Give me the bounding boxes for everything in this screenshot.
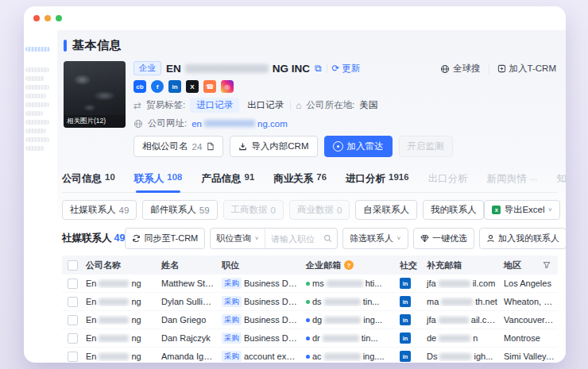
linkedin-icon[interactable]: in bbox=[400, 278, 411, 289]
sidebar-skeleton-item[interactable] bbox=[25, 111, 43, 116]
tab-contacts[interactable]: 联系人108 bbox=[134, 168, 183, 192]
row-checkbox[interactable] bbox=[68, 333, 78, 344]
email-status-dot bbox=[306, 336, 310, 340]
sidebar-skeleton-item[interactable] bbox=[25, 102, 49, 107]
email-cell: acing.... bbox=[303, 352, 397, 361]
region-text: Los Angeles bbox=[504, 279, 551, 288]
masked-text bbox=[99, 317, 129, 324]
social-links-row: cbfinX☎◎ bbox=[133, 80, 558, 93]
copy-icon[interactable]: ⧉ bbox=[315, 63, 322, 74]
role-tag: 采购 bbox=[222, 351, 242, 362]
tab-label: 出口分析 bbox=[428, 172, 468, 186]
contact-source-chips: 社媒联系人49邮件联系人59工商数据0商业数据0自采联系人我的联系人 bbox=[62, 200, 484, 220]
sidebar-skeleton-item[interactable] bbox=[25, 120, 49, 125]
company-photo[interactable]: 相关图片(12) bbox=[64, 61, 126, 128]
name-cell: Amanda Ignelzi bbox=[158, 352, 219, 361]
x-icon[interactable]: X bbox=[186, 80, 199, 93]
email-suffix: hti... bbox=[366, 279, 382, 288]
maximize-button[interactable] bbox=[56, 15, 62, 21]
job-query-select[interactable]: 职位查询∨ bbox=[211, 229, 265, 248]
export-excel-button[interactable]: x 导出Excel ∨ bbox=[484, 200, 560, 220]
sidebar-skeleton-item[interactable] bbox=[25, 85, 49, 90]
social-cell: in bbox=[397, 278, 424, 289]
social-cell: in bbox=[397, 332, 424, 344]
trade-tag-import-records[interactable]: 进口记录 bbox=[190, 98, 239, 113]
company-cell: Enng bbox=[83, 297, 158, 306]
table-row[interactable]: EnngAmanda Ignelzi采购account executiveaci… bbox=[62, 348, 558, 363]
filter-contacts-button[interactable]: 筛选联系人∨ bbox=[342, 228, 408, 249]
close-button[interactable] bbox=[33, 15, 40, 21]
minimize-button[interactable] bbox=[44, 15, 51, 21]
table-row[interactable]: EnngDan Rajczyk采购Business Devel...drtin.… bbox=[62, 329, 558, 348]
contact-name: Dan Rajczyk bbox=[161, 333, 211, 343]
sync-tcrm-button[interactable]: 同步至T-CRM bbox=[125, 228, 205, 249]
linkedin-icon[interactable]: in bbox=[400, 351, 411, 362]
chip-self-collected[interactable]: 自采联系人 bbox=[355, 200, 417, 220]
tab-import-analysis[interactable]: 进口分析1916 bbox=[346, 168, 409, 192]
chip-my-contacts[interactable]: 我的联系人 bbox=[423, 200, 485, 220]
facebook-icon[interactable]: f bbox=[151, 80, 164, 93]
refresh-button[interactable]: ⟳更新 bbox=[332, 63, 361, 75]
chip-email-contacts[interactable]: 邮件联系人59 bbox=[142, 200, 217, 220]
tab-company-info[interactable]: 公司信息10 bbox=[62, 168, 115, 192]
chevron-down-icon: ∨ bbox=[548, 207, 553, 213]
phone-icon[interactable]: ☎ bbox=[203, 80, 216, 93]
sidebar-skeleton-item[interactable] bbox=[25, 137, 49, 142]
job-title-input[interactable] bbox=[265, 230, 322, 248]
table-row[interactable]: EnngDylan Sullivan采购Business Devel...dst… bbox=[62, 293, 558, 311]
company-type-badge: 企业 bbox=[133, 61, 161, 75]
select-all-checkbox[interactable] bbox=[68, 260, 78, 271]
global-search-button[interactable]: 全球搜 bbox=[440, 63, 481, 75]
tab-business-relations[interactable]: 商业关系76 bbox=[273, 168, 327, 192]
join-radar-button[interactable]: 加入雷达 bbox=[324, 136, 393, 157]
table-row[interactable]: EnngDan Griego采购Business Devel...dging..… bbox=[62, 311, 558, 329]
linkedin-icon[interactable]: in bbox=[400, 296, 411, 307]
join-tcrm-button[interactable]: 加入T-CRM bbox=[497, 63, 556, 75]
role-tag: 采购 bbox=[222, 314, 242, 325]
chip-business-registry: 工商数据0 bbox=[223, 200, 284, 220]
help-icon[interactable]: ? bbox=[344, 260, 354, 270]
monitor-button[interactable]: 开启监测 bbox=[399, 136, 453, 157]
sidebar-skeleton-item[interactable] bbox=[25, 146, 44, 151]
trade-tag-export-records[interactable]: 出口记录 bbox=[246, 98, 285, 113]
sidebar-skeleton-item[interactable] bbox=[25, 47, 50, 52]
chip-count: 0 bbox=[337, 206, 342, 215]
row-checkbox[interactable] bbox=[68, 352, 78, 362]
filter-funnel-icon[interactable] bbox=[543, 261, 551, 269]
search-icon[interactable] bbox=[322, 234, 337, 243]
company-website-link[interactable]: enng.com bbox=[191, 119, 288, 129]
social-cell: in bbox=[397, 314, 424, 325]
masked-text bbox=[99, 298, 129, 306]
role-cell: 采购Business Devel... bbox=[219, 278, 303, 289]
sidebar-skeleton-item[interactable] bbox=[25, 94, 46, 98]
add-to-my-contacts-button[interactable]: 加入我的联系人 bbox=[479, 228, 566, 249]
masked-text bbox=[99, 280, 129, 287]
sidebar-skeleton-item[interactable] bbox=[25, 67, 49, 72]
similar-company-button[interactable]: 相似公司名24 bbox=[133, 136, 223, 157]
chip-social-contacts[interactable]: 社媒联系人49 bbox=[62, 200, 137, 220]
import-crm-button[interactable]: 导入内部CRM bbox=[230, 136, 317, 157]
linkedin-icon[interactable]: in bbox=[400, 314, 411, 325]
email-status-dot bbox=[306, 355, 310, 359]
row-checkbox[interactable] bbox=[68, 297, 78, 307]
column-header-company-email: 企业邮箱? bbox=[303, 259, 397, 271]
desktop-background: 基本信息 相关图片(12) 企业 ENNG INC ⧉ ⟳更新 bbox=[0, 0, 588, 369]
company-website-label: 公司网址: bbox=[148, 117, 187, 129]
sidebar-skeleton-item[interactable] bbox=[25, 76, 44, 81]
row-checkbox[interactable] bbox=[68, 279, 78, 289]
column-header-social: 社交 bbox=[397, 259, 424, 271]
linkedin-icon[interactable]: in bbox=[400, 332, 411, 344]
row-checkbox[interactable] bbox=[68, 315, 78, 325]
crunchbase-icon[interactable]: cb bbox=[133, 80, 146, 93]
one-click-select-button[interactable]: 一键优选 bbox=[413, 228, 474, 249]
instagram-icon[interactable]: ◎ bbox=[221, 80, 234, 93]
email-prefix: ds bbox=[312, 297, 322, 306]
column-header-additional-email: 补充邮箱 bbox=[424, 259, 501, 271]
name-cell: Dylan Sullivan bbox=[158, 297, 219, 306]
table-row[interactable]: EnngMatthew Stephen采购Business Devel...ms… bbox=[62, 275, 558, 293]
sidebar-skeleton-item[interactable] bbox=[25, 129, 46, 133]
linkedin-icon[interactable]: in bbox=[168, 80, 181, 93]
tab-product-info[interactable]: 产品信息91 bbox=[201, 168, 254, 192]
masked-text bbox=[439, 353, 471, 360]
column-label: 补充邮箱 bbox=[427, 259, 462, 271]
